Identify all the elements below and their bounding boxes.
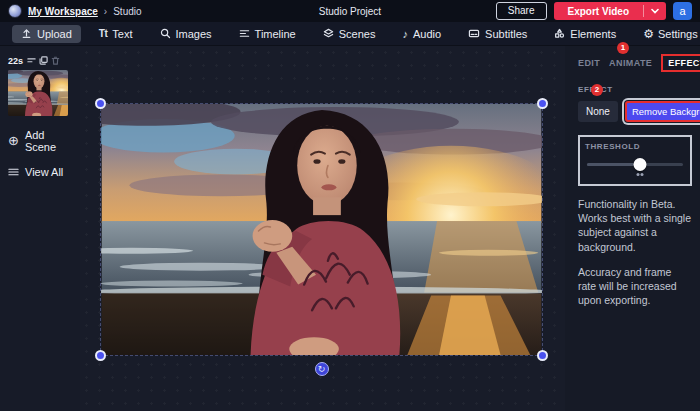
tab-text[interactable]: Tt Text [90, 25, 142, 43]
scenes-sidebar: 22s ⊕ Add Scene [0, 46, 80, 411]
resize-handle-bottom-left[interactable] [95, 350, 106, 361]
topbar-actions: Share Export Video a [496, 2, 692, 20]
breadcrumb-workspace-link[interactable]: My Workspace [28, 6, 98, 17]
workspace-body: 22s ⊕ Add Scene [0, 46, 700, 411]
threshold-label: THRESHOLD [585, 142, 685, 151]
tab-animate[interactable]: ANIMATE [609, 55, 652, 71]
gear-icon: ⚙ [643, 29, 654, 39]
tab-audio[interactable]: ♪ Audio [393, 25, 450, 43]
tab-effects[interactable]: EFFECTS [661, 54, 700, 72]
tab-subtitles-label: Subtitles [485, 28, 527, 40]
view-all-button[interactable]: View All [8, 166, 72, 178]
audio-icon: ♪ [402, 28, 408, 40]
workspace-avatar[interactable] [8, 4, 22, 18]
annotation-badge-2: 2 [591, 84, 603, 96]
export-dropdown-button[interactable] [644, 8, 666, 14]
panel-tabs: EDIT ANIMATE EFFECTS [578, 54, 692, 72]
tab-edit[interactable]: EDIT [578, 55, 600, 71]
resize-handle-top-left[interactable] [95, 98, 106, 109]
subtitles-icon [468, 28, 480, 39]
account-avatar-button[interactable]: a [673, 2, 692, 20]
breadcrumb-current: Studio [113, 6, 141, 17]
slider-drag-dots-icon [637, 173, 644, 176]
beta-note: Functionality in Beta. Works best with a… [578, 197, 692, 254]
tab-images[interactable]: Images [151, 25, 221, 43]
tab-audio-label: Audio [413, 28, 441, 40]
effect-none-button[interactable]: None [578, 101, 618, 122]
tab-elements-label: Elements [570, 28, 616, 40]
breadcrumb: My Workspace › Studio [8, 4, 142, 18]
clip-duration-badge: 22s [8, 56, 23, 66]
tab-timeline-label: Timeline [255, 28, 296, 40]
settings-button[interactable]: ⚙ Settings [634, 25, 700, 43]
tab-images-label: Images [176, 28, 212, 40]
add-scene-button[interactable]: ⊕ Add Scene [8, 129, 72, 153]
share-button[interactable]: Share [496, 2, 547, 20]
tab-timeline[interactable]: Timeline [230, 25, 305, 43]
slider-knob[interactable] [634, 158, 647, 171]
view-all-icon [8, 167, 19, 177]
rotate-handle[interactable]: ↻ [315, 362, 329, 376]
view-all-label: View All [25, 166, 63, 178]
add-scene-label: Add Scene [25, 129, 72, 153]
tab-scenes[interactable]: Scenes [314, 25, 385, 43]
main-toolbar: Upload Tt Text Images Timeline Scenes ♪ [0, 22, 700, 46]
tab-upload[interactable]: Upload [12, 25, 81, 43]
search-icon [160, 28, 171, 39]
scene-card-toolbar: 22s [8, 53, 68, 68]
top-bar: My Workspace › Studio Studio Project Sha… [0, 0, 700, 22]
scenes-icon [323, 28, 334, 39]
scene-timeline-icon[interactable] [27, 56, 36, 65]
upload-icon [21, 28, 32, 39]
duplicate-icon[interactable] [39, 56, 48, 65]
tab-upload-label: Upload [37, 28, 72, 40]
breadcrumb-separator: › [104, 6, 107, 17]
video-clip-image [101, 104, 542, 355]
text-icon: Tt [99, 28, 107, 39]
resize-handle-bottom-right[interactable] [537, 350, 548, 361]
scene-thumbnail[interactable] [8, 70, 68, 116]
editor-canvas[interactable]: ↻ [80, 46, 565, 411]
timeline-icon [239, 28, 250, 39]
export-note: Accuracy and frame rate will be increase… [578, 265, 692, 308]
elements-icon [554, 28, 565, 39]
settings-label: Settings [658, 28, 698, 40]
effects-panel: 1 2 EDIT ANIMATE EFFECTS EFFECT None Rem… [565, 46, 700, 411]
export-video-label: Export Video [554, 6, 644, 17]
export-video-button[interactable]: Export Video [554, 2, 667, 20]
video-editor-app: My Workspace › Studio Studio Project Sha… [0, 0, 700, 411]
trash-icon[interactable] [51, 56, 60, 65]
chevron-down-icon [651, 8, 659, 14]
scene-card[interactable]: 22s [8, 53, 68, 116]
annotation-badge-1: 1 [617, 42, 629, 54]
tab-subtitles[interactable]: Subtitles [459, 25, 536, 43]
resize-handle-top-right[interactable] [537, 98, 548, 109]
effect-options: None Remove Background [578, 101, 692, 122]
tab-text-label: Text [112, 28, 132, 40]
remove-background-button[interactable]: Remove Background [625, 101, 700, 122]
threshold-section: THRESHOLD [578, 135, 692, 186]
add-scene-icon: ⊕ [8, 135, 19, 147]
tab-elements[interactable]: Elements [545, 25, 625, 43]
tab-scenes-label: Scenes [339, 28, 376, 40]
selected-video-clip[interactable]: ↻ [100, 103, 543, 356]
threshold-slider[interactable] [585, 154, 685, 176]
